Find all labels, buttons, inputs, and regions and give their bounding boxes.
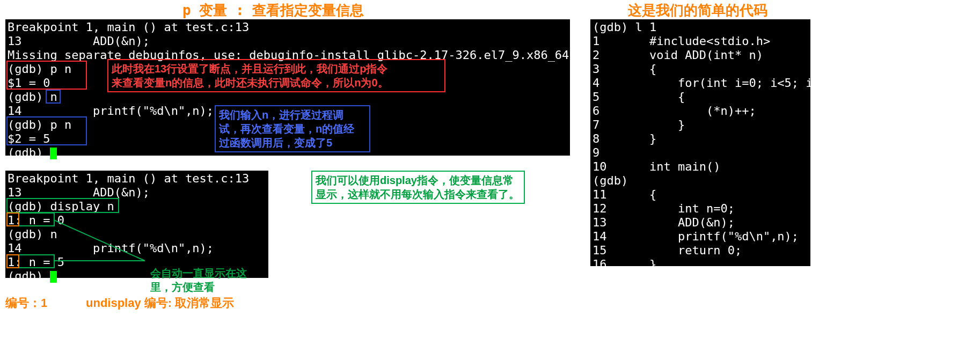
orange-undisplay-text: undisplay 编号: 取消常显示 <box>86 296 234 310</box>
cursor-icon <box>50 271 57 283</box>
green-auto-label: 会自动一直显示在这 里，方便查看 <box>150 252 247 294</box>
code-title: 这是我们的简单的代码 <box>628 1 767 20</box>
red-annotation: 此时我在13行设置了断点，并且运行到此，我们通过p指令 来查看变量n的信息，此时… <box>107 59 445 92</box>
blue-text: 我们输入n，进行逐过程调 试，再次查看变量，n的值经 过函数调用后，变成了5 <box>219 109 354 149</box>
p-command-title: p 变量 : 查看指定变量信息 <box>182 1 364 20</box>
cursor-icon <box>50 148 57 159</box>
orange-num-text: 编号：1 <box>5 296 47 310</box>
red-text: 此时我在13行设置了断点，并且运行到此，我们通过p指令 来查看变量n的信息，此时… <box>112 63 389 89</box>
green-box-text: 我们可以使用display指令，使变量信息常 显示，这样就不用每次输入指令来查看… <box>316 174 520 200</box>
green-label-text: 会自动一直显示在这 里，方便查看 <box>150 267 247 293</box>
orange-undisplay-label: undisplay 编号: 取消常显示 <box>86 295 234 311</box>
orange-number-label: 编号：1 <box>5 295 47 311</box>
green-annotation: 我们可以使用display指令，使变量信息常 显示，这样就不用每次输入指令来查看… <box>311 171 525 204</box>
blue-annotation: 我们输入n，进行逐过程调 试，再次查看变量，n的值经 过函数调用后，变成了5 <box>215 105 370 152</box>
code-terminal: (gdb) l 1 1 #include<stdio.h> 2 void ADD… <box>590 19 810 266</box>
